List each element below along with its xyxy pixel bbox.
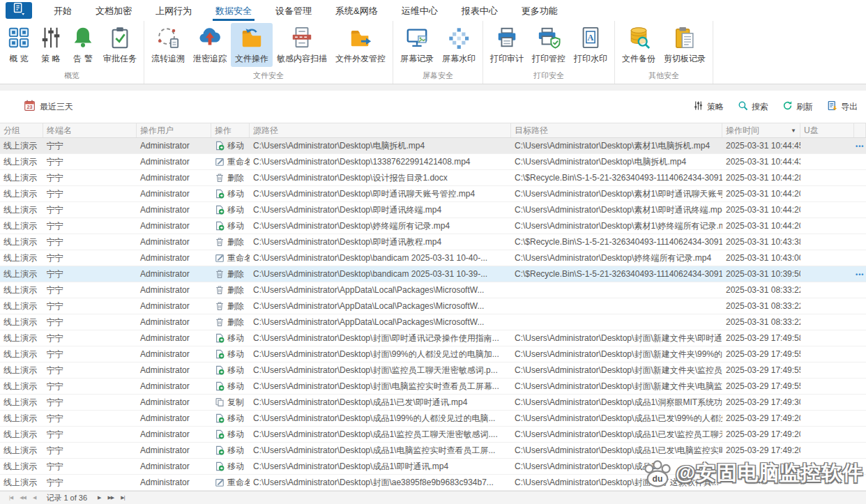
policy-button[interactable]: 策略 bbox=[693, 100, 724, 113]
table-row-6[interactable]: 线上演示宁宁Administrator移动C:\Users\Administra… bbox=[0, 218, 866, 234]
tab-7[interactable]: 运维中心 bbox=[399, 0, 441, 21]
cell-more bbox=[854, 330, 866, 346]
table-row-17[interactable]: 线上演示宁宁Administrator复制C:\Users\Administra… bbox=[0, 395, 866, 411]
table-row-19[interactable]: 线上演示宁宁Administrator移动C:\Users\Administra… bbox=[0, 427, 866, 443]
table-row-7[interactable]: 线上演示宁宁Administrator删除C:\Users\Administra… bbox=[0, 234, 866, 250]
cell-more: ••• bbox=[854, 138, 866, 153]
cell-user: Administrator bbox=[137, 154, 211, 169]
column-header-3[interactable]: 操作用户 bbox=[137, 123, 211, 137]
cell-terminal: 宁宁 bbox=[43, 475, 137, 490]
table-row-1[interactable]: 线上演示宁宁Administrator移动C:\Users\Administra… bbox=[0, 138, 866, 154]
ribbon-item-outgoing[interactable]: 文件外发管控 bbox=[331, 23, 390, 67]
cell-source-path: C:\Users\Administrator\Desktop\封面\99%的人都… bbox=[250, 346, 511, 362]
date-range-filter[interactable]: 23 最近三天 bbox=[24, 100, 73, 114]
ribbon-item-sliders[interactable]: 策 略 bbox=[35, 23, 67, 67]
cell-source-path: C:\Users\Administrator\Desktop\成品1\99%的人… bbox=[250, 411, 511, 426]
ribbon-group-label: 屏幕安全 bbox=[396, 70, 480, 84]
table-row-10[interactable]: 线上演示宁宁Administrator删除C:\Users\Administra… bbox=[0, 282, 866, 298]
print-control-icon bbox=[537, 26, 561, 49]
operation-label: 删除 bbox=[227, 314, 244, 330]
ribbon-item-screen-record[interactable]: 屏幕记录 bbox=[396, 23, 438, 67]
tab-3[interactable]: 上网行为 bbox=[153, 0, 195, 21]
column-header-2[interactable]: 终端名 bbox=[43, 123, 137, 137]
table-row-9[interactable]: 线上演示宁宁Administrator删除C:\Users\Administra… bbox=[0, 266, 866, 282]
ribbon-item-screen-watermark[interactable]: 屏幕水印 bbox=[438, 23, 480, 67]
refresh-button[interactable]: 刷新 bbox=[782, 100, 813, 113]
column-header-1[interactable]: 分组 bbox=[0, 123, 43, 137]
pager-last-button[interactable]: ▶| bbox=[121, 495, 124, 501]
column-header-5[interactable]: 源路径 bbox=[250, 123, 511, 137]
tab-4[interactable]: 数据安全 bbox=[213, 0, 255, 21]
cell-usb bbox=[800, 298, 854, 314]
pager-prev-button[interactable]: ◀ bbox=[33, 495, 36, 501]
pager-first-button[interactable]: |◀ bbox=[9, 495, 13, 501]
row-actions-button[interactable]: ••• bbox=[856, 143, 864, 150]
ribbon-item-print-control[interactable]: 打印管控 bbox=[528, 23, 570, 67]
ribbon-item-print-watermark[interactable]: A打印水印 bbox=[570, 23, 611, 67]
cell-time bbox=[722, 459, 800, 474]
table-row-15[interactable]: 线上演示宁宁Administrator移动C:\Users\Administra… bbox=[0, 362, 866, 379]
ribbon-item-print-audit[interactable]: 打印审计 bbox=[486, 23, 528, 67]
cell-group: 线上演示 bbox=[0, 443, 43, 458]
tab-1[interactable]: 开始 bbox=[51, 0, 75, 21]
column-header-8[interactable]: U盘 bbox=[800, 123, 854, 137]
table-row-22[interactable]: 线上演示宁宁Administrator重命名C:\Users\Administr… bbox=[0, 475, 866, 491]
cell-terminal: 宁宁 bbox=[43, 330, 137, 346]
ribbon-item-file-ops[interactable]: 文件操作 bbox=[231, 23, 273, 67]
search-button[interactable]: 搜索 bbox=[738, 100, 768, 113]
ribbon-item-bell[interactable]: 告 警 bbox=[67, 23, 99, 67]
table-row-14[interactable]: 线上演示宁宁Administrator移动C:\Users\Administra… bbox=[0, 346, 866, 362]
cell-target-path: C:\Users\Administrator\Desktop\封面\新建文件夹\… bbox=[511, 379, 722, 394]
table-row-2[interactable]: 线上演示宁宁Administrator重命名C:\Users\Administr… bbox=[0, 154, 866, 170]
table-row-16[interactable]: 线上演示宁宁Administrator移动C:\Users\Administra… bbox=[0, 379, 866, 395]
cell-source-path: C:\Users\Administrator\Desktop\成品1\电脑监控实… bbox=[250, 443, 511, 458]
column-header-6[interactable]: 目标路径 bbox=[511, 123, 722, 137]
table-row-11[interactable]: 线上演示宁宁Administrator删除C:\Users\Administra… bbox=[0, 298, 866, 314]
table-row-18[interactable]: 线上演示宁宁Administrator移动C:\Users\Administra… bbox=[0, 411, 866, 427]
table-row-12[interactable]: 线上演示宁宁Administrator删除C:\Users\Administra… bbox=[0, 314, 866, 330]
table-row-3[interactable]: 线上演示宁宁Administrator删除C:\Users\Administra… bbox=[0, 170, 866, 186]
table-row-21[interactable]: 线上演示宁宁Administrator移动C:\Users\Administra… bbox=[0, 459, 866, 475]
column-header-4[interactable]: 操作 bbox=[211, 123, 250, 137]
ribbon-item-approval[interactable]: 审批任务 bbox=[99, 23, 141, 67]
ribbon-item-leak[interactable]: 泄密追踪 bbox=[189, 23, 231, 67]
cell-time: 2025-03-29 17:49:30 bbox=[722, 395, 800, 410]
ribbon-item-backup[interactable]: 文件备份 bbox=[618, 23, 660, 67]
cell-user: Administrator bbox=[137, 330, 211, 346]
cell-source-path: C:\Users\Administrator\Desktop\成品1\已发\即时… bbox=[250, 395, 511, 410]
table-row-8[interactable]: 线上演示宁宁Administrator重命名C:\Users\Administr… bbox=[0, 250, 866, 266]
svg-text:23: 23 bbox=[26, 104, 32, 110]
delete-icon bbox=[215, 301, 225, 311]
overview-icon bbox=[7, 26, 31, 49]
ribbon-item-scan[interactable]: 敏感内容扫描 bbox=[273, 23, 331, 67]
ribbon-item-clipboard[interactable]: 剪切板记录 bbox=[660, 23, 710, 67]
cell-source-path: C:\Users\Administrator\Desktop\成品1\监控员工聊… bbox=[250, 427, 511, 442]
cell-group: 线上演示 bbox=[0, 266, 43, 282]
table-row-4[interactable]: 线上演示宁宁Administrator移动C:\Users\Administra… bbox=[0, 186, 866, 202]
move-icon bbox=[215, 413, 225, 423]
tab-9[interactable]: 更多功能 bbox=[519, 0, 561, 21]
table-row-20[interactable]: 线上演示宁宁Administrator移动C:\Users\Administra… bbox=[0, 443, 866, 459]
tab-6[interactable]: 系统&网络 bbox=[333, 0, 381, 21]
operation-label: 移动 bbox=[227, 186, 244, 201]
table-row-13[interactable]: 线上演示宁宁Administrator移动C:\Users\Administra… bbox=[0, 330, 866, 346]
ribbon-item-overview[interactable]: 概 览 bbox=[3, 23, 35, 67]
ribbon-item-trace[interactable]: 流转追溯 bbox=[147, 23, 189, 67]
cell-operation: 删除 bbox=[211, 266, 250, 282]
table-row-5[interactable]: 线上演示宁宁Administrator移动C:\Users\Administra… bbox=[0, 202, 866, 218]
tab-8[interactable]: 报表中心 bbox=[459, 0, 501, 21]
filter-dropdown-icon[interactable]: ▼ bbox=[791, 128, 796, 134]
tab-2[interactable]: 文档加密 bbox=[93, 0, 135, 21]
ribbon-group-1: 概 览策 略告 警审批任务概览 bbox=[0, 21, 144, 84]
rename-icon bbox=[215, 157, 225, 167]
export-button[interactable]: 导出 bbox=[827, 100, 858, 113]
pager-next-page-button[interactable]: ▶▶ bbox=[107, 495, 114, 501]
pager-next-button[interactable]: ▶ bbox=[98, 495, 100, 501]
app-menu-button[interactable] bbox=[6, 2, 32, 19]
column-header-7[interactable]: 操作时间▼ bbox=[722, 123, 800, 137]
cell-group: 线上演示 bbox=[0, 250, 43, 266]
cell-terminal: 宁宁 bbox=[43, 362, 137, 378]
row-actions-button[interactable]: ••• bbox=[856, 271, 864, 278]
pager-prev-page-button[interactable]: ◀◀ bbox=[20, 495, 26, 501]
tab-5[interactable]: 设备管理 bbox=[273, 0, 314, 21]
